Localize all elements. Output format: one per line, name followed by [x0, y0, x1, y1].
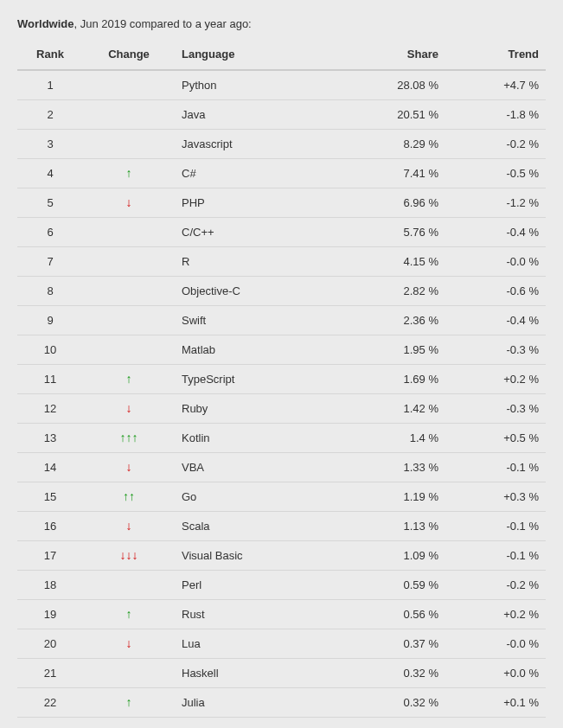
language-cell: R — [175, 247, 336, 277]
rank-cell: 8 — [17, 277, 83, 306]
table-row: 19↑Rust0.56 %+0.2 % — [17, 600, 546, 629]
change-cell — [83, 571, 175, 600]
change-cell: ↑ — [83, 159, 175, 188]
rank-cell: 11 — [17, 365, 83, 394]
language-cell: Haskell — [175, 659, 336, 688]
language-cell: Objective-C — [175, 277, 336, 306]
table-row: 16↓Scala1.13 %-0.1 % — [17, 512, 546, 541]
trend-cell: -0.1 % — [445, 453, 546, 482]
change-cell — [83, 247, 175, 277]
language-cell: Visual Basic — [175, 541, 336, 571]
change-cell: ↑ — [83, 365, 175, 394]
share-cell: 5.76 % — [336, 218, 445, 247]
share-cell: 0.32 % — [336, 659, 445, 688]
table-row: 5↓PHP6.96 %-1.2 % — [17, 188, 546, 218]
arrow-up-icon: ↑ — [126, 696, 132, 708]
table-row: 8Objective-C2.82 %-0.6 % — [17, 277, 546, 306]
arrow-up-icon: ↑ — [123, 490, 129, 502]
language-cell: Javascript — [175, 130, 336, 159]
share-cell: 0.59 % — [336, 571, 445, 600]
change-cell — [83, 659, 175, 688]
rank-cell: 3 — [17, 130, 83, 159]
language-cell: Rust — [175, 600, 336, 629]
col-change: Change — [83, 39, 175, 70]
trend-cell: +0.0 % — [445, 659, 546, 688]
change-cell: ↑ — [83, 688, 175, 718]
trend-cell: -0.5 % — [445, 159, 546, 188]
rank-cell: 16 — [17, 512, 83, 541]
arrow-down-icon: ↓ — [126, 637, 132, 649]
table-row: 14↓VBA1.33 %-0.1 % — [17, 453, 546, 482]
share-cell: 8.29 % — [336, 130, 445, 159]
language-cell: VBA — [175, 453, 336, 482]
share-cell: 1.95 % — [336, 335, 445, 365]
language-cell: Julia — [175, 688, 336, 718]
change-cell: ↑↑↑ — [83, 424, 175, 453]
trend-cell: -0.0 % — [445, 247, 546, 277]
share-cell: 1.33 % — [336, 453, 445, 482]
change-cell — [83, 306, 175, 335]
arrow-down-icon: ↓ — [126, 549, 132, 561]
table-row: 1Python28.08 %+4.7 % — [17, 70, 546, 100]
trend-cell: -0.4 % — [445, 306, 546, 335]
change-cell: ↓ — [83, 629, 175, 659]
share-cell: 2.36 % — [336, 306, 445, 335]
change-cell: ↑ — [83, 600, 175, 629]
trend-cell: -0.3 % — [445, 394, 546, 424]
rank-cell: 20 — [17, 629, 83, 659]
table-row: 10Matlab1.95 %-0.3 % — [17, 335, 546, 365]
change-cell — [83, 100, 175, 130]
share-cell: 1.69 % — [336, 365, 445, 394]
rank-cell: 2 — [17, 100, 83, 130]
change-cell — [83, 335, 175, 365]
share-cell: 1.13 % — [336, 512, 445, 541]
language-cell: PHP — [175, 188, 336, 218]
trend-cell: +0.1 % — [445, 718, 546, 729]
trend-cell: -0.3 % — [445, 335, 546, 365]
language-cell: TypeScript — [175, 365, 336, 394]
table-row: 4↑C#7.41 %-0.5 % — [17, 159, 546, 188]
table-header: Worldwide, Jun 2019 compared to a year a… — [17, 17, 546, 30]
language-cell: C/C++ — [175, 218, 336, 247]
rank-cell: 19 — [17, 600, 83, 629]
trend-cell: +0.5 % — [445, 424, 546, 453]
share-cell: 1.19 % — [336, 482, 445, 512]
trend-cell: -0.1 % — [445, 541, 546, 571]
col-trend: Trend — [445, 39, 546, 70]
rank-cell: 13 — [17, 424, 83, 453]
rank-cell: 12 — [17, 394, 83, 424]
language-cell: Go — [175, 482, 336, 512]
share-cell: 28.08 % — [336, 70, 445, 100]
trend-cell: +4.7 % — [445, 70, 546, 100]
language-cell: Ruby — [175, 394, 336, 424]
table-row: 20↓Lua0.37 %-0.0 % — [17, 629, 546, 659]
share-cell: 7.41 % — [336, 159, 445, 188]
trend-cell: -0.6 % — [445, 277, 546, 306]
share-cell: 0.31 % — [336, 718, 445, 729]
rank-cell: 7 — [17, 247, 83, 277]
share-cell: 0.56 % — [336, 600, 445, 629]
trend-cell: +0.2 % — [445, 365, 546, 394]
change-cell: ↓↓↓ — [83, 541, 175, 571]
language-cell: Python — [175, 70, 336, 100]
language-ranking-table: Rank Change Language Share Trend 1Python… — [17, 39, 546, 728]
share-cell: 0.37 % — [336, 629, 445, 659]
language-cell: Java — [175, 100, 336, 130]
rank-cell: 14 — [17, 453, 83, 482]
change-cell: ↓ — [83, 718, 175, 729]
change-cell — [83, 70, 175, 100]
header-rest: , Jun 2019 compared to a year ago: — [74, 17, 251, 30]
arrow-down-icon: ↓ — [126, 520, 132, 532]
change-cell: ↓ — [83, 394, 175, 424]
language-cell: Swift — [175, 306, 336, 335]
trend-cell: -0.2 % — [445, 571, 546, 600]
change-cell: ↓ — [83, 453, 175, 482]
language-cell: Matlab — [175, 335, 336, 365]
rank-cell: 15 — [17, 482, 83, 512]
table-row: 22↑Julia0.32 %+0.1 % — [17, 688, 546, 718]
change-cell — [83, 130, 175, 159]
share-cell: 20.51 % — [336, 100, 445, 130]
change-cell — [83, 218, 175, 247]
share-cell: 6.96 % — [336, 188, 445, 218]
rank-cell: 21 — [17, 659, 83, 688]
